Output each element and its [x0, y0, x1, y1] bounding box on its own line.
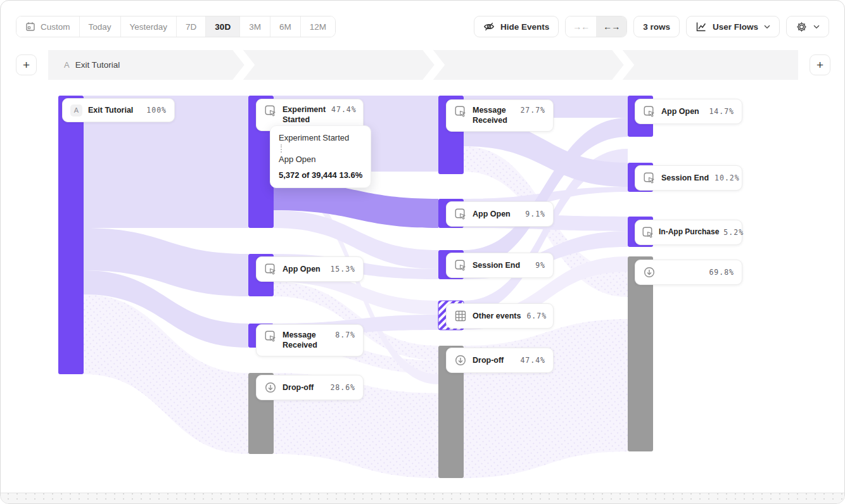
range-6m[interactable]: 6M [270, 16, 300, 37]
node-card-exit-tutorial[interactable]: A Exit Tutorial 100% [62, 98, 175, 122]
click-event-icon [454, 259, 467, 272]
node-card-in-app-purchase-4[interactable]: In-App Purchase 5.2% [635, 220, 742, 245]
node-card-app-open-3[interactable]: App Open 9.1% [446, 201, 554, 227]
node-card-drop-off-4[interactable]: Drop-off 69.8% [635, 260, 742, 285]
click-event-icon [264, 263, 277, 275]
timeline-scrollbar-strip[interactable] [1, 493, 844, 504]
node-percent: 5.2% [723, 228, 744, 237]
flow-link[interactable] [464, 319, 628, 478]
node-label: App Open [661, 106, 699, 117]
chevron-down-icon [764, 25, 770, 29]
range-7d[interactable]: 7D [176, 16, 205, 37]
node-label: Session End [473, 260, 520, 270]
plus-glyph: + [23, 58, 30, 72]
step-name: Exit Tutorial [75, 60, 120, 70]
calendar-icon [25, 22, 35, 32]
hide-events-button[interactable]: Hide Events [474, 16, 559, 37]
node-card-drop-off-3[interactable]: Drop-off 47.4% [446, 348, 554, 373]
tooltip-source-event: Experiment Started [279, 133, 362, 142]
node-percent: 10.2% [715, 173, 740, 182]
date-range-control: Custom Today Yesterday 7D 30D 3M 6M 12M [16, 16, 336, 37]
click-event-icon [642, 226, 654, 239]
node-label: Drop-off [283, 382, 314, 393]
user-flows-app: Custom Today Yesterday 7D 30D 3M 6M 12M … [0, 0, 845, 504]
node-card-message-received-3[interactable]: Message Received 27.7% [446, 99, 554, 132]
node-card-other-events-3[interactable]: Other events 6.7% [446, 303, 554, 329]
toolbar: Custom Today Yesterday 7D 30D 3M 6M 12M … [16, 16, 829, 37]
click-event-icon [643, 105, 656, 118]
range-6m-label: 6M [279, 22, 291, 32]
node-label: Drop-off [473, 355, 504, 365]
click-event-icon [264, 330, 277, 343]
rows-button[interactable]: 3 rows [633, 16, 680, 37]
plus-glyph: + [816, 58, 823, 72]
click-event-icon [643, 172, 656, 184]
node-percent: 8.7% [335, 331, 355, 339]
node-percent: 47.4% [331, 105, 357, 114]
range-12m-label: 12M [310, 22, 326, 32]
grid-icon [454, 310, 467, 322]
node-percent: 14.7% [709, 107, 734, 116]
step-letter: A [64, 60, 70, 70]
range-custom-label: Custom [41, 22, 70, 32]
step-letter-badge: A [70, 104, 82, 117]
step-separator-chevron [421, 50, 446, 80]
range-3m[interactable]: 3M [239, 16, 270, 37]
node-label: Other events [473, 311, 521, 321]
node-card-drop-off-2[interactable]: Drop-off 28.6% [256, 375, 364, 400]
range-7d-label: 7D [186, 22, 196, 32]
node-card-session-end-4[interactable]: Session End 10.2% [635, 165, 742, 191]
range-custom[interactable]: Custom [16, 16, 79, 37]
node-label: In-App Purchase [659, 227, 719, 237]
node-label: Session End [661, 173, 709, 183]
tooltip-value: 5,372 of 39,444 13.6% [279, 170, 362, 180]
add-step-right-button[interactable]: + [810, 54, 830, 75]
step-a-header[interactable]: A Exit Tutorial [64, 50, 120, 80]
node-percent: 69.8% [709, 268, 734, 277]
flow-bar-exit-tutorial[interactable] [58, 96, 84, 374]
drop-off-icon [454, 354, 467, 367]
node-label: App Open [473, 209, 511, 219]
expand-arrows-glyph: ←→ [603, 22, 619, 32]
node-label: Experiment Started [283, 104, 326, 125]
collapse-columns-button[interactable]: →← [566, 16, 596, 37]
step-separator-chevron [610, 50, 635, 80]
chevron-down-icon [813, 25, 820, 29]
range-30d[interactable]: 30D [205, 16, 239, 37]
add-step-left-button[interactable]: + [16, 54, 37, 75]
range-today[interactable]: Today [79, 16, 120, 37]
range-today-label: Today [89, 22, 111, 32]
node-percent: 28.6% [330, 383, 355, 392]
node-card-app-open-4[interactable]: App Open 14.7% [635, 99, 742, 124]
range-30d-label: 30D [215, 22, 231, 32]
click-event-icon [264, 104, 277, 117]
node-card-message-received-2[interactable]: Message Received 8.7% [256, 324, 364, 356]
node-card-session-end-3[interactable]: Session End 9% [446, 253, 554, 278]
eye-off-icon [483, 21, 495, 32]
node-percent: 100% [146, 106, 167, 115]
node-percent: 47.4% [520, 356, 545, 365]
node-percent: 15.3% [330, 265, 355, 274]
steps-band: A Exit Tutorial [48, 50, 798, 80]
range-3m-label: 3M [249, 22, 261, 32]
toolbar-right: Hide Events →← ←→ 3 rows User Flows [474, 16, 829, 37]
flow-tooltip: Experiment Started App Open 5,372 of 39,… [270, 125, 371, 188]
tooltip-connector-dotted-line [281, 144, 282, 153]
range-12m[interactable]: 12M [300, 16, 335, 37]
chart-type-label: User Flows [713, 22, 758, 32]
range-yesterday[interactable]: Yesterday [120, 16, 177, 37]
settings-dropdown[interactable] [786, 16, 829, 37]
range-yesterday-label: Yesterday [130, 22, 168, 32]
flow-bar-drop-off-4[interactable] [628, 256, 653, 451]
node-card-app-open-2[interactable]: App Open 15.3% [256, 256, 364, 282]
tooltip-target-event: App Open [279, 154, 362, 164]
collapse-arrows-glyph: →← [573, 22, 589, 32]
click-event-icon [454, 208, 467, 220]
node-percent: 27.7% [520, 106, 545, 115]
rows-label: 3 rows [643, 22, 670, 32]
chart-type-dropdown[interactable]: User Flows [686, 16, 780, 37]
node-label: App Open [283, 264, 321, 274]
expand-columns-button[interactable]: ←→ [596, 16, 626, 37]
drop-off-icon [643, 266, 656, 279]
expand-collapse-control: →← ←→ [565, 16, 627, 37]
